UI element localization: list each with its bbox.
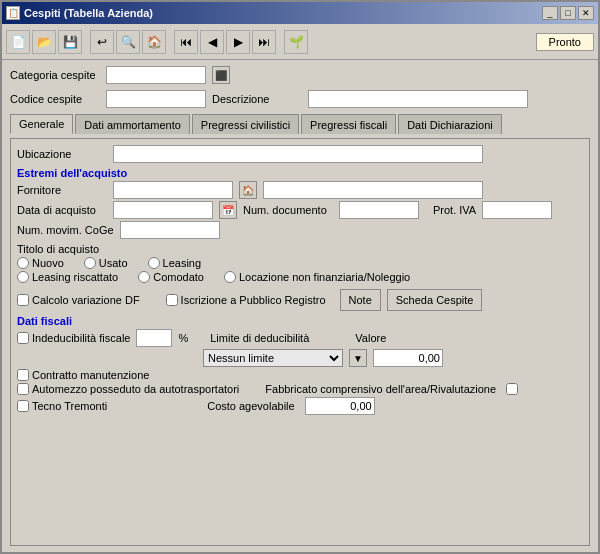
- radio-comodato-input[interactable]: [138, 271, 150, 283]
- check-automezzo-label: Automezzo posseduto da autotrasportatori: [32, 383, 239, 395]
- check-tecno-input[interactable]: [17, 400, 29, 412]
- data-acquisto-row: Data di acquisto 📅 Num. documento Prot. …: [17, 201, 583, 219]
- codice-input[interactable]: [106, 90, 206, 108]
- limite-dropdown-icon[interactable]: ▼: [349, 349, 367, 367]
- codice-row: Codice cespite Descrizione: [10, 90, 590, 108]
- search-button[interactable]: 🔍: [116, 30, 140, 54]
- calendar-icon[interactable]: 📅: [219, 201, 237, 219]
- limite-label: Limite di deducibilità: [210, 332, 309, 344]
- undo-button[interactable]: ↩: [90, 30, 114, 54]
- radio-locazione-input[interactable]: [224, 271, 236, 283]
- close-button[interactable]: ✕: [578, 6, 594, 20]
- ubicazione-input[interactable]: [113, 145, 483, 163]
- costo-agev-label: Costo agevolabile: [207, 400, 294, 412]
- check-calcolo: Calcolo variazione DF: [17, 294, 140, 306]
- radio-comodato: Comodato: [138, 271, 204, 283]
- radio-nuovo-input[interactable]: [17, 257, 29, 269]
- categoria-lookup-icon[interactable]: ⬛: [212, 66, 230, 84]
- radio-leasing-label: Leasing: [163, 257, 202, 269]
- check-contratto: Contratto manutenzione: [17, 369, 149, 381]
- data-acquisto-label: Data di acquisto: [17, 204, 107, 216]
- plant-button[interactable]: 🌱: [284, 30, 308, 54]
- radio-leasing: Leasing: [148, 257, 202, 269]
- automezzo-row: Automezzo posseduto da autotrasportatori…: [17, 383, 583, 395]
- check-contratto-input[interactable]: [17, 369, 29, 381]
- scheda-button[interactable]: Scheda Cespite: [387, 289, 483, 311]
- num-movim-label: Num. movim. CoGe: [17, 224, 114, 236]
- fornitore-input[interactable]: [113, 181, 233, 199]
- open-button[interactable]: 📂: [32, 30, 56, 54]
- tab-pregressi-civilistici[interactable]: Pregressi civilistici: [192, 114, 299, 134]
- tecno-row: Tecno Tremonti Costo agevolabile: [17, 397, 583, 415]
- num-movim-input[interactable]: [120, 221, 220, 239]
- toolbar: 📄 📂 💾 ↩ 🔍 🏠 ⏮ ◀ ▶ ⏭ 🌱 Pronto: [2, 24, 598, 60]
- check-indeducibilita-input[interactable]: [17, 332, 29, 344]
- save-button[interactable]: 💾: [58, 30, 82, 54]
- prev-button[interactable]: ◀: [200, 30, 224, 54]
- window-controls: _ □ ✕: [542, 6, 594, 20]
- codice-label: Codice cespite: [10, 93, 100, 105]
- minimize-button[interactable]: _: [542, 6, 558, 20]
- fornitore-label: Fornitore: [17, 184, 107, 196]
- tab-pregressi-fiscali[interactable]: Pregressi fiscali: [301, 114, 396, 134]
- radio-group-2: Leasing riscattato Comodato Locazione no…: [17, 271, 583, 283]
- radio-usato-input[interactable]: [84, 257, 96, 269]
- check-automezzo: Automezzo posseduto da autotrasportatori: [17, 383, 239, 395]
- costo-agev-input[interactable]: [305, 397, 375, 415]
- indeducibilita-row: Indeducibilità fiscale % Limite di deduc…: [17, 329, 583, 347]
- window-icon: 📋: [6, 6, 20, 20]
- check-indeducibilita: Indeducibilità fiscale: [17, 332, 130, 344]
- check-fabbricato-input[interactable]: [506, 383, 518, 395]
- fornitore-name-input[interactable]: [263, 181, 483, 199]
- categoria-label: Categoria cespite: [10, 69, 100, 81]
- maximize-button[interactable]: □: [560, 6, 576, 20]
- descrizione-label: Descrizione: [212, 93, 302, 105]
- radio-locazione: Locazione non finanziaria/Noleggio: [224, 271, 410, 283]
- next-button[interactable]: ▶: [226, 30, 250, 54]
- limite-select[interactable]: Nessun limite: [203, 349, 343, 367]
- last-button[interactable]: ⏭: [252, 30, 276, 54]
- new-button[interactable]: 📄: [6, 30, 30, 54]
- estremi-section-label: Estremi dell'acquisto: [17, 167, 583, 179]
- check-contratto-label: Contratto manutenzione: [32, 369, 149, 381]
- radio-comodato-label: Comodato: [153, 271, 204, 283]
- status-badge: Pronto: [536, 33, 594, 51]
- note-button[interactable]: Note: [340, 289, 381, 311]
- categoria-row: Categoria cespite ⬛: [10, 66, 590, 84]
- fornitore-lookup-icon[interactable]: 🏠: [239, 181, 257, 199]
- descrizione-input[interactable]: [308, 90, 528, 108]
- num-documento-input[interactable]: [339, 201, 419, 219]
- valore-col-label: Valore: [355, 332, 386, 344]
- check-iscrizione-input[interactable]: [166, 294, 178, 306]
- titolo-label: Titolo di acquisto: [17, 243, 583, 255]
- pct-input[interactable]: [136, 329, 172, 347]
- num-movim-row: Num. movim. CoGe: [17, 221, 583, 239]
- check-automezzo-input[interactable]: [17, 383, 29, 395]
- tab-dati-ammortamento[interactable]: Dati ammortamento: [75, 114, 190, 134]
- data-acquisto-input[interactable]: [113, 201, 213, 219]
- tab-dati-dichiarazioni[interactable]: Dati Dichiarazioni: [398, 114, 502, 134]
- prot-iva-input[interactable]: [482, 201, 552, 219]
- pct-symbol: %: [178, 332, 188, 344]
- check-iscrizione-label: Iscrizione a Pubblico Registro: [181, 294, 326, 306]
- radio-leasing-input[interactable]: [148, 257, 160, 269]
- contratto-row: Contratto manutenzione: [17, 369, 583, 381]
- valore-input[interactable]: [373, 349, 443, 367]
- radio-leasing-risc-input[interactable]: [17, 271, 29, 283]
- tab-bar: Generale Dati ammortamento Pregressi civ…: [10, 114, 590, 134]
- ubicazione-row: Ubicazione: [17, 145, 583, 163]
- dati-fiscali-label: Dati fiscali: [17, 315, 583, 327]
- radio-leasing-risc-label: Leasing riscattato: [32, 271, 118, 283]
- prot-iva-label: Prot. IVA: [433, 204, 476, 216]
- nessun-limite-row: Nessun limite ▼: [17, 349, 583, 367]
- check-tecno: Tecno Tremonti: [17, 400, 107, 412]
- check-calcolo-input[interactable]: [17, 294, 29, 306]
- radio-nuovo: Nuovo: [17, 257, 64, 269]
- home-button[interactable]: 🏠: [142, 30, 166, 54]
- first-button[interactable]: ⏮: [174, 30, 198, 54]
- categoria-input[interactable]: [106, 66, 206, 84]
- fornitore-row: Fornitore 🏠: [17, 181, 583, 199]
- fabbricato-label: Fabbricato comprensivo dell'area/Rivalut…: [265, 383, 496, 395]
- tab-generale[interactable]: Generale: [10, 114, 73, 134]
- main-window: 📋 Cespiti (Tabella Azienda) _ □ ✕ 📄 📂 💾 …: [0, 0, 600, 554]
